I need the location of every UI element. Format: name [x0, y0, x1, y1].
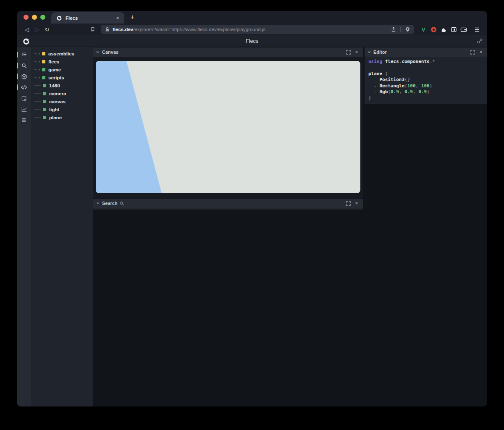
tree-item-scripts[interactable]: ›scripts [31, 73, 93, 81]
fullscreen-icon[interactable] [469, 49, 476, 55]
code-token: } [368, 95, 371, 100]
tree-item-label: scripts [48, 75, 64, 80]
browser-tab-flecs[interactable]: Flecs × [51, 12, 124, 24]
search-magnifier-icon [120, 201, 124, 206]
code-line: - Rectangle{100, 100} [368, 83, 487, 89]
reload-button[interactable]: ↻ [42, 25, 52, 34]
expand-chevron-icon[interactable]: › [37, 51, 41, 56]
window-zoom-button[interactable] [40, 15, 45, 20]
app-header: Flecs [17, 35, 487, 47]
browser-toolbar: ◁ ▷ ↻ flecs.dev/explorer/?wasm=https://w… [17, 24, 487, 35]
window-close-button[interactable] [24, 15, 29, 20]
tree-guide-line [34, 61, 37, 62]
entity-tree-icon[interactable] [17, 49, 31, 60]
close-icon[interactable]: × [353, 49, 360, 55]
code-line: - Rgb{0.9, 0.9, 0.9} [368, 89, 487, 95]
expand-chevron-icon[interactable]: › [37, 59, 41, 64]
code-line [368, 65, 487, 71]
url-text: flecs.dev/explorer/?wasm=https://www.fle… [113, 27, 388, 32]
statistics-chart-icon[interactable] [17, 104, 31, 115]
new-tab-button[interactable]: + [124, 13, 134, 24]
icon-sidebar [17, 47, 31, 406]
explorer-content: ›assemblies›flecs›game›scripts1460camera… [17, 47, 487, 406]
code-token: } [427, 89, 430, 94]
tree-item-plane[interactable]: plane [31, 113, 93, 121]
window-controls [17, 15, 51, 24]
search-panel-title: Search [102, 201, 118, 206]
tree-item-light[interactable]: light [31, 105, 93, 113]
tree-item-1460[interactable]: 1460 [31, 81, 93, 89]
forward-button[interactable]: ▷ [32, 25, 42, 34]
code-token: plane [368, 71, 385, 76]
fullscreen-icon[interactable] [345, 49, 352, 55]
tree-guide-line [34, 69, 37, 70]
tree-item-camera[interactable]: camera [31, 89, 93, 97]
editor-panel-header[interactable]: Editor × [365, 47, 487, 57]
code-token: Rgb [380, 89, 388, 94]
code-token: Position3 [380, 77, 405, 82]
code-token: {} [404, 77, 410, 82]
tree-item-assemblies[interactable]: ›assemblies [31, 50, 93, 58]
search-icon[interactable] [17, 60, 31, 71]
extension-badge-icon[interactable] [428, 25, 438, 34]
code-token: { [404, 83, 407, 89]
code-token: } [430, 83, 433, 89]
search-panel-header[interactable]: Search × [93, 199, 363, 208]
code-token: 0.9 [418, 89, 427, 94]
search-panel-strip [93, 208, 363, 210]
tab-close-icon[interactable]: × [114, 15, 121, 21]
tree-guide-line [34, 101, 41, 102]
entity-color-swatch [43, 84, 46, 87]
close-icon[interactable]: × [353, 200, 360, 207]
extensions-puzzle-icon[interactable] [438, 25, 449, 34]
menu-hamburger-icon[interactable] [472, 25, 482, 34]
brave-shield-icon[interactable] [404, 26, 411, 33]
close-icon[interactable]: × [478, 49, 484, 55]
canvas-panel-header[interactable]: Canvas × [93, 47, 363, 57]
queries-list-icon[interactable] [17, 115, 31, 126]
tree-item-flecs[interactable]: ›flecs [31, 58, 93, 66]
code-token: { [388, 89, 391, 94]
share-link-icon[interactable] [477, 38, 483, 44]
canvas-viewport[interactable] [93, 57, 363, 198]
window-minimize-button[interactable] [32, 15, 37, 20]
tree-item-label: canvas [49, 99, 66, 104]
urlbar-divider [400, 27, 401, 32]
code-line: } [368, 95, 487, 101]
tab-title: Flecs [66, 16, 114, 21]
bookmark-icon[interactable] [88, 26, 97, 32]
tree-guide-line [34, 53, 37, 54]
code-token: 100 [407, 83, 416, 89]
scene-cube-icon[interactable] [17, 71, 31, 82]
code-token: 0.9 [404, 89, 413, 94]
inspector-icon[interactable] [17, 93, 31, 104]
entity-color-swatch [42, 76, 45, 79]
tree-item-game[interactable]: ›game [31, 66, 93, 73]
vue-devtools-icon[interactable]: V [418, 25, 428, 34]
code-token: components [402, 59, 430, 64]
editor-panel: Editor × using flecs.components.* plane … [365, 47, 487, 104]
expand-chevron-icon[interactable]: › [37, 67, 41, 72]
entity-color-swatch [42, 68, 45, 71]
code-token: , [413, 89, 418, 94]
tree-guide-line [34, 109, 41, 110]
address-bar[interactable]: flecs.dev/explorer/?wasm=https://www.fle… [101, 25, 414, 34]
code-token: . [399, 59, 402, 64]
expand-chevron-icon[interactable]: › [37, 75, 41, 80]
tree-guide-line [34, 85, 41, 86]
fullscreen-icon[interactable] [345, 200, 352, 207]
chevron-down-icon [368, 51, 371, 53]
code-token: { [385, 71, 388, 76]
tree-item-canvas[interactable]: canvas [31, 97, 93, 105]
code-editor-icon[interactable] [17, 82, 31, 93]
tree-item-label: flecs [48, 59, 59, 64]
share-icon[interactable] [390, 26, 397, 33]
code-token: flecs [385, 59, 399, 64]
code-line: using flecs.components.* [368, 59, 487, 65]
sidebar-toggle-icon[interactable] [449, 25, 459, 34]
tree-item-label: assemblies [48, 51, 74, 56]
wallet-icon[interactable] [459, 25, 469, 34]
code-editor[interactable]: using flecs.components.* plane { - Posit… [365, 57, 487, 104]
back-button[interactable]: ◁ [22, 25, 32, 34]
entity-tree-panel: ›assemblies›flecs›game›scripts1460camera… [31, 47, 93, 406]
